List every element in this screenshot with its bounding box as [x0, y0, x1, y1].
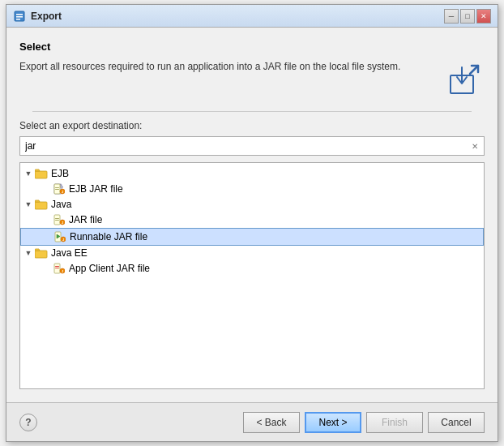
- window-title: Export: [31, 11, 444, 22]
- svg-rect-27: [55, 268, 59, 268]
- search-input[interactable]: [20, 137, 468, 155]
- svg-rect-26: [55, 266, 59, 267]
- toggle-ejb[interactable]: ▼: [23, 169, 33, 178]
- tree-label-java: Java: [51, 199, 71, 210]
- finish-button[interactable]: Finish: [366, 412, 423, 433]
- minimize-button[interactable]: ─: [444, 9, 459, 24]
- tree-item-runnable-jar[interactable]: J Runnable JAR file: [20, 228, 484, 246]
- svg-rect-11: [55, 189, 59, 190]
- help-button[interactable]: ?: [19, 414, 37, 431]
- tree-label-jar: JAR file: [69, 214, 102, 225]
- cancel-button[interactable]: Cancel: [428, 412, 485, 433]
- svg-rect-14: [35, 202, 47, 209]
- maximize-button[interactable]: □: [460, 9, 475, 24]
- window-icon: [13, 10, 26, 23]
- tree-label-runnable-jar: Runnable JAR file: [70, 231, 147, 242]
- description-text: Export all resources required to run an …: [19, 59, 436, 74]
- bottom-bar: ? < Back Next > Finish Cancel: [6, 402, 498, 441]
- tree-item-app-client-jar[interactable]: J App Client JAR file: [20, 260, 484, 277]
- tree-item-jar-file[interactable]: J JAR file: [20, 212, 484, 228]
- svg-text:J: J: [62, 190, 63, 194]
- main-content: Select Export all resources required to …: [6, 28, 498, 402]
- file-runnable-jar-icon: J: [53, 230, 66, 243]
- filter-label: Select an export destination:: [19, 120, 485, 131]
- file-jar-icon: J: [53, 182, 66, 195]
- tree-label-java-ee: Java EE: [51, 247, 88, 259]
- svg-text:J: J: [62, 238, 64, 242]
- search-box: ✕: [19, 136, 485, 156]
- tree-label-app-client-jar: App Client JAR file: [69, 263, 150, 274]
- title-bar: Export ─ □ ✕: [6, 5, 498, 28]
- svg-rect-2: [16, 16, 23, 18]
- tree-item-ejb[interactable]: ▼ EJB: [20, 166, 484, 181]
- section-title: Select: [19, 41, 485, 53]
- svg-text:J: J: [62, 221, 63, 225]
- tree-label-ejb-jar: EJB JAR file: [69, 183, 123, 195]
- tree-label-ejb: EJB: [51, 168, 69, 179]
- svg-line-5: [470, 66, 478, 74]
- folder-icon: [35, 168, 48, 179]
- back-button[interactable]: < Back: [243, 412, 300, 433]
- next-button[interactable]: Next >: [305, 412, 361, 433]
- svg-rect-3: [16, 19, 20, 20]
- svg-rect-10: [55, 187, 59, 188]
- file-app-jar-icon: J: [53, 262, 66, 275]
- svg-rect-16: [55, 218, 59, 219]
- export-icon: [446, 59, 485, 98]
- description-row: Export all resources required to run an …: [19, 59, 485, 98]
- toggle-java[interactable]: ▼: [23, 199, 33, 209]
- close-button[interactable]: ✕: [476, 9, 491, 24]
- search-clear-icon[interactable]: ✕: [468, 139, 482, 153]
- folder-icon-java-ee: [35, 247, 48, 259]
- svg-rect-7: [35, 171, 47, 178]
- export-dialog: Export ─ □ ✕ Select Export all resources…: [6, 4, 498, 442]
- tree-item-java[interactable]: ▼ Java: [20, 197, 484, 212]
- svg-rect-24: [35, 251, 47, 258]
- svg-rect-17: [55, 220, 59, 221]
- svg-rect-1: [16, 14, 23, 15]
- folder-icon-java: [35, 199, 48, 210]
- tree-view: ▼ EJB: [19, 162, 485, 389]
- file-jar-icon-2: J: [53, 213, 66, 226]
- tree-item-java-ee[interactable]: ▼ Java EE: [20, 246, 484, 260]
- svg-text:J: J: [62, 269, 63, 273]
- toggle-java-ee[interactable]: ▼: [23, 248, 33, 258]
- window-controls: ─ □ ✕: [444, 9, 491, 24]
- tree-item-ejb-jar[interactable]: J EJB JAR file: [20, 181, 484, 197]
